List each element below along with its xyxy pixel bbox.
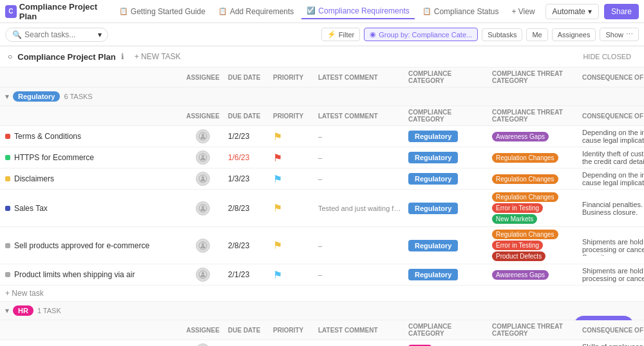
table-row[interactable]: HTTPS for Ecommerce 1/6/23 ⚑ – Regulator… (0, 147, 644, 168)
threat-tag: Regulation Changes (492, 192, 558, 202)
tab-view[interactable]: + View (506, 5, 540, 19)
col-header-consequence: CONSEQUENCE OF NON-COMPLIANCE (580, 71, 644, 84)
priority-flag-icon: ⚑ (273, 203, 282, 214)
task-comment-cell: – (316, 172, 406, 185)
task-consequence-cell: Identity theft of customers by exposing … (580, 147, 644, 168)
filter-label: Filter (339, 31, 354, 39)
table-row[interactable]: Disclaimers 1/3/23 ⚑ – Regulatory Regula… (0, 168, 644, 190)
new-task-button[interactable]: + NEW TASK (129, 50, 186, 63)
table-container[interactable]: ASSIGNEE DUE DATE PRIORITY LATEST COMMEN… (0, 68, 644, 346)
task-name-cell: Sell products approved for e-commerce (0, 237, 180, 254)
task-name[interactable]: Terms & Conditions (14, 132, 81, 141)
svg-point-7 (202, 206, 204, 208)
table-row[interactable]: Employee training 5/31/23 ⚑ – HR Awarene… (0, 340, 644, 346)
task-name[interactable]: Disclaimers (14, 174, 54, 183)
col-comment-hdr-regulatory: LATEST COMMENT (316, 110, 406, 122)
table-row[interactable]: Terms & Conditions 1/2/23 ⚑ – Regulatory… (0, 126, 644, 147)
add-task-label[interactable]: + New task (5, 289, 44, 298)
col-header-due: DUE DATE (225, 71, 270, 84)
assignees-button[interactable]: Assignees (552, 28, 596, 41)
task-consequence-cell: Financial penalties. Legal implications.… (580, 198, 644, 219)
add-task-row-regulatory[interactable]: + New task (0, 286, 644, 302)
share-button[interactable]: Share (604, 4, 639, 19)
table-body: ▾ Regulatory 6 TASKS ASSIGNEE DUE DATE P… (0, 87, 644, 346)
table-row[interactable]: Sales Tax 2/8/23 ⚑ Tested and just waiti… (0, 190, 644, 227)
task-name[interactable]: HTTPS for Ecommerce (14, 153, 94, 162)
task-comment-cell: – (316, 151, 406, 164)
compliance-category-badge: Regulatory (408, 269, 458, 280)
task-threat-category-cell: Awareness Gaps (489, 343, 580, 347)
group-badge-hr: HR (13, 305, 33, 316)
col-threat-hdr-hr: COMPLIANCE THREAT CATEGORY (489, 320, 580, 340)
tab-icon-1: 📋 (119, 7, 128, 15)
svg-point-5 (202, 176, 204, 179)
col-comment-hdr-hr: LATEST COMMENT (316, 324, 406, 336)
hide-closed-button[interactable]: HIDE CLOSED (578, 51, 636, 62)
task-consequence-cell: Skills of employees not updated, stuck o… (580, 340, 644, 346)
search-chevron-icon: ▾ (98, 30, 102, 39)
col-header-task (0, 75, 180, 80)
col-assignee-hdr-hr: ASSIGNEE (180, 324, 225, 336)
threat-tag: Regulation Changes (492, 153, 558, 163)
group-row-hr[interactable]: ▾ HR 1 TASK (0, 302, 644, 320)
col-priority-hdr-hr: PRIORITY (270, 324, 316, 336)
main-content: ○ Compliance Project Plan ℹ + NEW TASK H… (0, 46, 644, 346)
task-compliance-category-cell: Regulatory (406, 170, 489, 187)
col-header-assignee: ASSIGNEE (180, 71, 225, 84)
compliance-category-badge: Regulatory (408, 240, 458, 251)
me-button[interactable]: Me (526, 28, 547, 41)
group-badge-regulatory: Regulatory (13, 91, 60, 102)
threat-tag: Regulation Changes (492, 174, 558, 184)
filter-button[interactable]: ⚡ Filter (321, 28, 360, 41)
automate-button[interactable]: Automate ▾ (545, 4, 599, 19)
tab-getting-started[interactable]: 📋 Getting Started Guide (114, 5, 211, 19)
threat-tag: Error in Testing (492, 241, 543, 250)
task-priority-cell: ⚑ (270, 128, 316, 145)
settings-icon (198, 204, 207, 213)
compliance-category-badge: Regulatory (408, 152, 458, 163)
tab-add-requirements[interactable]: 📋 Add Requirements (213, 5, 299, 19)
toolbar: 🔍 ▾ ⚡ Filter ◉ Group by: Compliance Cate… (0, 23, 644, 46)
show-button[interactable]: Show ⋯ (600, 28, 639, 41)
tab-compliance-status[interactable]: 📋 Compliance Status (417, 5, 504, 19)
task-name[interactable]: Sell products approved for e-commerce (14, 241, 149, 250)
info-icon: ℹ (121, 52, 124, 61)
view-label: + View (511, 7, 535, 16)
task-priority-cell: ⚑ (270, 342, 316, 347)
search-input[interactable] (24, 30, 95, 39)
col-task-hdr-hr (0, 327, 180, 332)
task-name[interactable]: Product limits when shipping via air (14, 270, 135, 279)
task-priority-cell: ⚑ (270, 149, 316, 167)
show-dots-icon: ⋯ (626, 30, 633, 39)
group-row-regulatory[interactable]: ▾ Regulatory 6 TASKS (0, 87, 644, 106)
logo-icon: C (5, 5, 17, 18)
table-row[interactable]: Product limits when shipping via air 2/1… (0, 264, 644, 286)
priority-flag-icon: ⚑ (273, 152, 282, 163)
search-icon: 🔍 (12, 30, 22, 39)
group-label: Group by: Compliance Cate... (379, 31, 472, 39)
avatar (196, 201, 210, 215)
table-row[interactable]: Sell products approved for e-commerce 2/… (0, 227, 644, 264)
task-name[interactable]: Sales Tax (14, 204, 48, 213)
priority-flag-icon: ⚑ (273, 240, 282, 251)
me-label: Me (532, 31, 542, 39)
task-status-dot (5, 155, 10, 160)
group-icon: ◉ (370, 30, 376, 39)
subtasks-button[interactable]: Subtasks (482, 28, 522, 41)
task-compliance-category-cell: Regulatory (406, 266, 489, 283)
settings-icon (198, 153, 207, 162)
project-header: ○ Compliance Project Plan ℹ + NEW TASK H… (0, 46, 644, 68)
col-header-priority: PRIORITY (270, 71, 316, 84)
tab-compliance-requirements[interactable]: ☑️ Compliance Requirements (301, 4, 414, 19)
avatar (196, 239, 210, 253)
avatar (196, 172, 210, 186)
tab-label-1: Getting Started Guide (131, 7, 205, 16)
group-chevron-icon-regulatory: ▾ (5, 92, 9, 101)
task-priority-cell: ⚑ (270, 266, 316, 284)
task-threat-category-cell: Awareness Gaps (489, 129, 580, 144)
task-compliance-category-cell: HR (406, 342, 489, 346)
tab-label-2: Add Requirements (230, 7, 294, 16)
group-by-button[interactable]: ◉ Group by: Compliance Cate... (364, 28, 478, 41)
search-box[interactable]: 🔍 ▾ (5, 28, 108, 42)
task-assignee-cell (180, 127, 225, 146)
